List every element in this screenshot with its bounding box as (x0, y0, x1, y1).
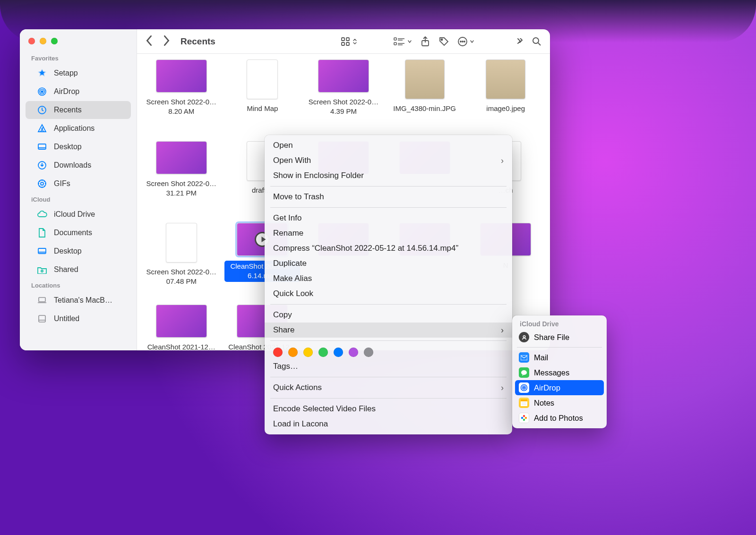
sidebar-item-gifs[interactable]: GIFs (26, 175, 131, 193)
context-item-share[interactable]: Share› (265, 323, 512, 338)
group-button[interactable] (393, 37, 412, 46)
context-item-move-to-trash[interactable]: Move to Trash (265, 189, 512, 204)
share-submenu-sharefile[interactable]: Share File (515, 330, 604, 345)
chevron-right-icon: › (501, 325, 504, 335)
sidebar-heading: Favorites (20, 52, 137, 64)
sidebar-item-desktop[interactable]: Desktop (26, 242, 131, 260)
laptop-icon (37, 295, 47, 306)
file-thumbnail (405, 59, 445, 99)
context-item-quick-actions[interactable]: Quick Actions› (265, 380, 512, 395)
tag-color-dot[interactable] (303, 348, 313, 357)
search-button[interactable] (532, 37, 541, 46)
sidebar-item-label: Downloads (54, 161, 91, 170)
sidebar-item-documents[interactable]: Documents (26, 224, 131, 242)
svg-point-8 (41, 182, 43, 185)
context-item-quick-look[interactable]: Quick Look (265, 286, 512, 301)
maximize-button[interactable] (51, 38, 58, 44)
sidebar-heading: Locations (20, 279, 137, 291)
sidebar-item-label: Desktop (54, 143, 82, 151)
context-item-label: Open With (273, 156, 311, 165)
tag-color-dot[interactable] (334, 348, 343, 357)
share-button[interactable] (421, 36, 430, 47)
file-item[interactable]: IMG_4380-min.JPG (386, 59, 464, 136)
context-item-rename[interactable]: Rename (265, 226, 512, 241)
sidebar-item-label: Tetiana's MacB… (54, 296, 112, 305)
context-item-encode-selected-video-files[interactable]: Encode Selected Video Files (265, 401, 512, 416)
context-item-copy[interactable]: Copy (265, 307, 512, 323)
share-item-label: Mail (534, 353, 548, 362)
airdrop-app-icon (519, 382, 529, 393)
context-item-label: Duplicate (273, 259, 307, 268)
context-item-show-in-enclosing-folder[interactable]: Show in Enclosing Folder (265, 168, 512, 183)
share-submenu: iCloud Drive Share File MailMessagesAirD… (512, 315, 607, 428)
disk-icon (37, 314, 47, 324)
sidebar-item-shared[interactable]: Shared (26, 261, 131, 279)
file-thumbnail (486, 59, 525, 99)
context-item-open[interactable]: Open (265, 138, 512, 153)
toolbar: Recents (137, 29, 550, 54)
close-button[interactable] (28, 38, 35, 44)
file-item[interactable]: Screen Shot 2022-0…4.39 PM (305, 59, 382, 136)
sidebar-item-airdrop[interactable]: AirDrop (26, 83, 131, 101)
setapp-icon (37, 68, 47, 78)
file-name: Screen Shot 2022-0…07.48 PM (144, 267, 219, 287)
file-name: Screen Shot 2022-0…31.21 PM (144, 179, 219, 198)
more-button[interactable] (457, 36, 474, 47)
sidebar-item-recents[interactable]: Recents (26, 101, 131, 119)
svg-point-28 (460, 41, 461, 42)
msg-app-icon (519, 367, 529, 378)
sidebar-item-tetiana-s-macb-[interactable]: Tetiana's MacB… (26, 291, 131, 309)
tag-color-dot[interactable] (288, 348, 298, 357)
context-item-open-with[interactable]: Open With› (265, 153, 512, 168)
share-item-messages[interactable]: Messages (515, 365, 604, 380)
sidebar-item-downloads[interactable]: Downloads (26, 156, 131, 174)
svg-rect-20 (394, 42, 396, 45)
minimize-button[interactable] (40, 38, 46, 44)
file-item[interactable]: Screen Shot 2022-0…8.20 AM (143, 59, 220, 136)
sidebar-item-label: Shared (54, 265, 78, 274)
applications-icon (37, 123, 47, 134)
tag-color-dot[interactable] (349, 348, 358, 357)
view-icons-button[interactable] (340, 36, 357, 47)
forward-button[interactable] (163, 35, 170, 48)
context-item-compress-cleanshot-at-mp-[interactable]: Compress “CleanShot 2022-05-12 at 14.56.… (265, 241, 512, 256)
svg-point-46 (521, 417, 523, 419)
file-item[interactable]: CleanShot 2021-12…opy.mp4 (143, 304, 220, 350)
sidebar-item-desktop[interactable]: Desktop (26, 138, 131, 156)
sidebar-item-untitled[interactable]: Untitled (26, 310, 131, 328)
sidebar-item-applications[interactable]: Applications (26, 119, 131, 137)
airdrop-icon (37, 86, 47, 97)
share-item-airdrop[interactable]: AirDrop (515, 380, 604, 395)
svg-point-44 (525, 417, 527, 419)
context-item-make-alias[interactable]: Make Alias (265, 271, 512, 286)
share-item-label: Messages (534, 368, 569, 377)
file-item[interactable]: Screen Shot 2022-0…07.48 PM (143, 222, 220, 300)
file-item[interactable]: image0.jpeg (467, 59, 544, 136)
share-item-add-to-photos[interactable]: Add to Photos (515, 410, 604, 425)
chevron-right-icon: › (501, 156, 504, 166)
tag-color-dot[interactable] (364, 348, 373, 357)
file-item[interactable]: Mind Map (224, 59, 301, 136)
svg-rect-12 (39, 297, 45, 302)
tags-button[interactable] (438, 36, 449, 47)
overflow-button[interactable] (515, 38, 524, 45)
share-submenu-heading: iCloud Drive (515, 318, 604, 330)
context-item-tags-[interactable]: Tags… (265, 359, 512, 374)
context-item-label: Load in Lacona (273, 419, 328, 429)
sidebar: FavoritesSetappAirDropRecentsApplication… (20, 29, 137, 350)
tag-color-dot[interactable] (318, 348, 328, 357)
share-item-mail[interactable]: Mail (515, 350, 604, 365)
sidebar-item-icloud-drive[interactable]: iCloud Drive (26, 205, 131, 223)
back-button[interactable] (146, 35, 153, 48)
tag-color-dot[interactable] (273, 348, 283, 357)
svg-rect-9 (38, 248, 46, 254)
context-item-load-in-lacona[interactable]: Load in Lacona (265, 416, 512, 432)
downloads-icon (37, 160, 47, 170)
sidebar-item-setapp[interactable]: Setapp (26, 64, 131, 82)
context-item-get-info[interactable]: Get Info (265, 211, 512, 226)
share-item-notes[interactable]: Notes (515, 395, 604, 410)
sidebar-item-label: Setapp (54, 69, 78, 77)
file-item[interactable]: Screen Shot 2022-0…31.21 PM (143, 140, 220, 218)
context-item-duplicate[interactable]: Duplicate (265, 256, 512, 271)
recents-icon (37, 105, 47, 115)
